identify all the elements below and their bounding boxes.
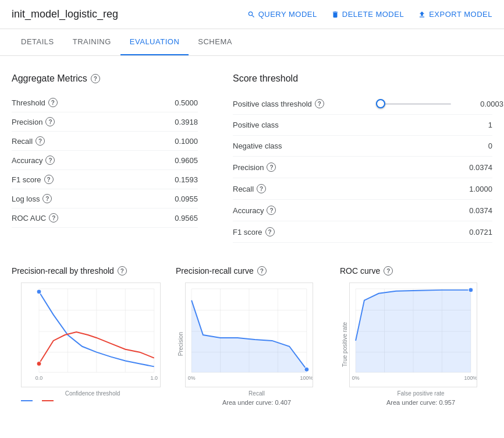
roc-y-label: True positive rate [342, 322, 348, 367]
tab-schema[interactable]: SCHEMA [189, 29, 242, 55]
prc-footer: Area under curve: 0.407 [185, 399, 328, 406]
thresh-recall-help-icon[interactable]: ? [257, 184, 266, 193]
metric-logloss: Log loss ? 0.0955 [12, 189, 198, 209]
roc-footer: Area under curve: 0.957 [349, 399, 492, 406]
svg-text:0%: 0% [188, 375, 196, 381]
precision-recall-threshold-title: Precision-recall by threshold ? [12, 266, 164, 275]
prt-chart-svg: 0.0 1.0 [21, 282, 161, 387]
tab-evaluation[interactable]: EVALUATION [120, 29, 189, 55]
metric-threshold: Threshold ? 0.5000 [12, 93, 198, 112]
trash-icon [331, 10, 339, 19]
header-actions: QUERY MODEL DELETE MODEL EXPORT MODEL [247, 10, 492, 19]
svg-point-11 [37, 361, 41, 366]
thresh-f1-help-icon[interactable]: ? [265, 227, 275, 236]
metrics-row: Aggregate Metrics ? Threshold ? 0.5000 P… [12, 73, 492, 243]
prc-help-icon[interactable]: ? [257, 266, 267, 275]
query-model-button[interactable]: QUERY MODEL [247, 10, 317, 19]
metric-rocauc: ROC AUC ? 0.9565 [12, 209, 198, 228]
precision-recall-curve-chart: Precision-recall curve ? Precision [176, 266, 328, 406]
search-icon [247, 10, 255, 19]
accuracy-help-icon[interactable]: ? [45, 156, 55, 165]
charts-section: Precision-recall by threshold ? [12, 266, 492, 406]
metric-accuracy: Accuracy ? 0.9605 [12, 151, 198, 170]
threshold-negative-class: Negative class 0 [233, 136, 492, 157]
recall-help-icon[interactable]: ? [36, 136, 45, 146]
svg-text:100%: 100% [300, 375, 313, 381]
threshold-positive-class: Positive class 1 [233, 115, 492, 136]
prc-y-label: Precision [178, 332, 184, 356]
precision-recall-threshold-chart: Precision-recall by threshold ? [12, 266, 164, 406]
aggregate-metrics-section: Aggregate Metrics ? Threshold ? 0.5000 P… [12, 73, 198, 243]
prt-legend-blue [21, 400, 33, 401]
threshold-f1: F1 score ? 0.0721 [233, 221, 492, 243]
prt-help-icon[interactable]: ? [118, 266, 127, 275]
svg-text:0%: 0% [352, 375, 360, 381]
roc-x-label: False positive rate [349, 390, 492, 397]
aggregate-metrics-title: Aggregate Metrics ? [12, 73, 198, 84]
metric-precision: Precision ? 0.3918 [12, 112, 198, 132]
tabs-bar: DETAILS TRAINING EVALUATION SCHEMA [0, 29, 504, 56]
svg-text:100%: 100% [464, 375, 477, 381]
metric-recall: Recall ? 0.1000 [12, 132, 198, 151]
svg-text:0.0: 0.0 [36, 375, 42, 381]
main-content: Aggregate Metrics ? Threshold ? 0.5000 P… [0, 56, 504, 423]
threshold-accuracy: Accuracy ? 0.0374 [233, 200, 492, 221]
threshold-help-icon[interactable]: ? [48, 98, 58, 107]
prt-x-label: Confidence threshold [21, 390, 164, 397]
svg-point-25 [304, 367, 309, 372]
export-model-button[interactable]: EXPORT MODEL [418, 10, 492, 19]
roc-curve-chart: ROC curve ? True positive rate [340, 266, 492, 406]
prt-legend-red [42, 400, 54, 401]
page-title: init_model_logistic_reg [12, 8, 247, 20]
roc-curve-title: ROC curve ? [340, 266, 492, 275]
metric-f1: F1 score ? 0.1593 [12, 170, 198, 189]
roc-help-icon[interactable]: ? [384, 266, 393, 275]
tab-details[interactable]: DETAILS [12, 29, 63, 55]
svg-point-10 [37, 289, 41, 294]
rocauc-help-icon[interactable]: ? [49, 213, 58, 222]
tab-training[interactable]: TRAINING [63, 29, 120, 55]
score-threshold-section: Score threshold Positive class threshold… [233, 73, 492, 243]
prt-legend [21, 400, 164, 401]
thresh-accuracy-help-icon[interactable]: ? [267, 206, 276, 215]
score-threshold-title: Score threshold [233, 73, 492, 84]
threshold-precision: Precision ? 0.0374 [233, 157, 492, 178]
roc-chart-svg: 0% 100% [349, 282, 477, 387]
aggregate-metrics-help-icon[interactable]: ? [91, 74, 100, 83]
prc-x-label: Recall [185, 390, 328, 397]
svg-point-39 [468, 288, 473, 292]
prc-chart-svg: 0% 100% [185, 282, 313, 387]
header: init_model_logistic_reg QUERY MODEL DELE… [0, 0, 504, 29]
pos-threshold-help-icon[interactable]: ? [315, 99, 324, 108]
threshold-slider[interactable] [376, 103, 451, 105]
thresh-precision-help-icon[interactable]: ? [267, 163, 276, 172]
logloss-help-icon[interactable]: ? [42, 194, 52, 203]
svg-text:1.0: 1.0 [151, 375, 158, 381]
aggregate-metrics-list: Threshold ? 0.5000 Precision ? 0.3918 [12, 93, 198, 228]
upload-icon [418, 10, 426, 19]
threshold-positive-class-threshold: Positive class threshold ? 0.0003 [233, 93, 492, 115]
threshold-recall: Recall ? 1.0000 [233, 178, 492, 200]
precision-help-icon[interactable]: ? [45, 117, 55, 126]
delete-model-button[interactable]: DELETE MODEL [331, 10, 404, 19]
precision-recall-curve-title: Precision-recall curve ? [176, 266, 328, 275]
svg-marker-38 [356, 290, 471, 372]
f1-help-icon[interactable]: ? [44, 175, 54, 184]
